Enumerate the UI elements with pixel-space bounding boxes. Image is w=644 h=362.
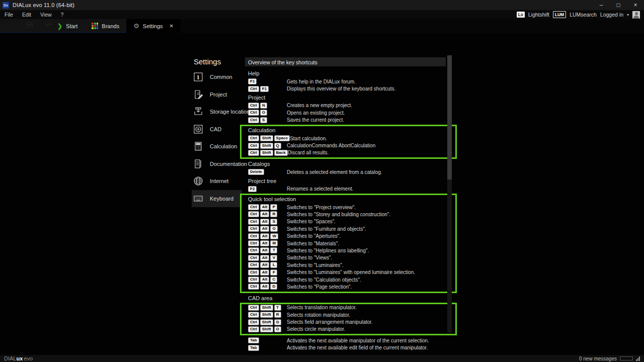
shortcut-row: DeleteDeletes a selected element from a … [248, 168, 446, 175]
keycap: Shift [260, 326, 273, 332]
keycap: Ctrl [248, 247, 259, 253]
logo-dial: DIAL [4, 355, 16, 361]
keycap: Alt [260, 211, 270, 217]
keycap: O [260, 110, 267, 116]
maximize-button[interactable]: □ [610, 0, 627, 10]
sidebar-item-keyboard[interactable]: Keyboard [192, 190, 242, 208]
shortcut-description: Creates a new empty project. [287, 103, 352, 108]
scrollbar-thumb[interactable] [447, 55, 452, 179]
calculator-icon [193, 141, 203, 151]
keycap: Tab [248, 345, 259, 351]
tab-settings[interactable]: ⚙Settings✕ [126, 19, 181, 33]
section-title: Project tree [248, 178, 446, 185]
chevron-down-icon[interactable]: ▾ [627, 13, 629, 17]
sidebar-item-documentation[interactable]: Documentation [192, 155, 242, 173]
shortcut-description: Selects circle manipulator. [287, 326, 345, 332]
key-combo: Tab [248, 337, 287, 343]
highlight-box: CalculationCtrlShiftSpaceStart calculati… [240, 125, 457, 159]
keycap: Space [274, 135, 290, 141]
lumsearch-link[interactable]: LUMsearch [570, 12, 597, 18]
shortcut-row: CtrlShiftOSelects circle manipulator. [248, 326, 446, 333]
main-area: Settings iCommonProjectStorage locations… [0, 33, 644, 355]
sidebar-item-storage-locations[interactable]: Storage locations [192, 103, 242, 121]
minimize-button[interactable]: – [593, 0, 610, 10]
lightshift-link[interactable]: Lightshift [528, 12, 549, 18]
shortcut-description: Selects rotation manipulator. [287, 312, 350, 318]
keycap: V [270, 255, 277, 261]
shortcut-description: Start calculation. [290, 136, 327, 141]
keycap: Ctrl [248, 226, 259, 232]
tab-label: Start [66, 23, 77, 29]
close-tab-icon[interactable]: ✕ [170, 23, 174, 29]
keycap: F1 [248, 78, 257, 84]
shortcut-row: CtrlShiftGSelects field arrangement mani… [248, 318, 446, 325]
keycap: O [270, 226, 277, 232]
keycap: P [270, 204, 277, 210]
keycap: Ctrl [248, 117, 259, 123]
save-icon[interactable] [26, 21, 34, 31]
tab-start[interactable]: ❯Start [50, 19, 85, 33]
keycap: Ctrl [248, 255, 259, 261]
sidebar-item-calculation[interactable]: Calculation [192, 138, 242, 155]
key-combo: CtrlAltM [248, 240, 287, 246]
brands-grid-icon [92, 23, 98, 29]
key-combo: CtrlShiftR [248, 312, 287, 318]
keycap: T [274, 305, 281, 311]
shortcut-description: Switches to "Apertures". [287, 233, 341, 239]
shortcut-description: Deletes a selected element from a catalo… [287, 169, 382, 175]
keycap: Alt [260, 233, 270, 239]
key-combo: CtrlAltW [248, 233, 287, 239]
app-window: Dx DIALux evo 11.0 (64-bit) – □ × FileEd… [0, 0, 644, 362]
tab-brands[interactable]: Brands [85, 19, 126, 33]
menu-item-view[interactable]: View [36, 12, 56, 18]
shortcut-row: CtrlAltCSwitches to "Calculation objects… [248, 276, 446, 283]
sidebar-item-project[interactable]: Project [192, 86, 242, 104]
keycap: Ctrl [248, 284, 259, 290]
settings-sidebar: iCommonProjectStorage locationsCADCalcul… [192, 68, 242, 207]
shortcut-description: Displays this overview of the keyboard s… [287, 86, 395, 92]
key-combo: CtrlAltC [248, 277, 287, 283]
progress-bar [620, 356, 633, 360]
section-title: Quick tool selection [248, 196, 446, 203]
content-header: Overview of the key shortcuts [245, 57, 446, 66]
menu-item-edit[interactable]: Edit [18, 12, 36, 18]
menu-item-help[interactable]: ? [56, 12, 68, 18]
messages-count[interactable]: 0 new messages [579, 356, 617, 361]
shortcut-row: CtrlAltSSwitches to "Spaces". [248, 218, 446, 225]
key-combo: CtrlAltF [248, 269, 287, 276]
sidebar-item-common[interactable]: iCommon [192, 68, 242, 86]
keycap: S [270, 219, 277, 225]
key-combo: CtrlAltT [248, 247, 287, 253]
keycap: F [270, 269, 277, 276]
window-title: DIALux evo 11.0 (64-bit) [13, 2, 74, 8]
key-combo: CtrlAltP [248, 204, 287, 210]
section-title: CAD area [248, 295, 446, 302]
close-button[interactable]: × [627, 0, 644, 10]
menu-item-file[interactable]: File [0, 12, 18, 18]
sidebar-item-label: Common [210, 74, 232, 80]
highlight-box: CtrlShiftTSelects translation manipulato… [240, 303, 457, 336]
keycap: Shift [260, 319, 273, 325]
shortcut-description: Switches to "Helplines ans labelling". [287, 248, 369, 253]
key-combo: CtrlShiftG [248, 319, 287, 325]
window-controls: – □ × [593, 0, 644, 10]
avatar[interactable] [632, 11, 640, 19]
keycap: Alt [260, 219, 270, 225]
cad-icon [193, 124, 203, 134]
shortcut-row: CtrlSSaves the current project. [248, 117, 446, 124]
documentation-icon [193, 159, 203, 169]
shortcut-row: CtrlShiftSpaceStart calculation. [248, 135, 446, 142]
shortcut-row: CtrlAltOSwitches to "Furniture and objec… [248, 225, 446, 232]
keycap: Alt [260, 204, 270, 210]
sidebar-item-cad[interactable]: CAD [192, 121, 242, 138]
keycap: G [274, 319, 281, 325]
shortcut-description: Switches to "Page selection". [287, 284, 352, 290]
logo-ux: ux [16, 355, 23, 361]
keycap: Alt [260, 284, 270, 290]
sidebar-item-label: Calculation [210, 143, 237, 149]
keycap: Alt [260, 262, 270, 268]
sidebar-item-internet[interactable]: Internet [192, 172, 242, 190]
scrollbar[interactable] [447, 55, 452, 333]
logged-in-menu[interactable]: Logged in [600, 12, 623, 18]
shortcut-row: CtrlAltRSwitches to "Storey and building… [248, 211, 446, 218]
